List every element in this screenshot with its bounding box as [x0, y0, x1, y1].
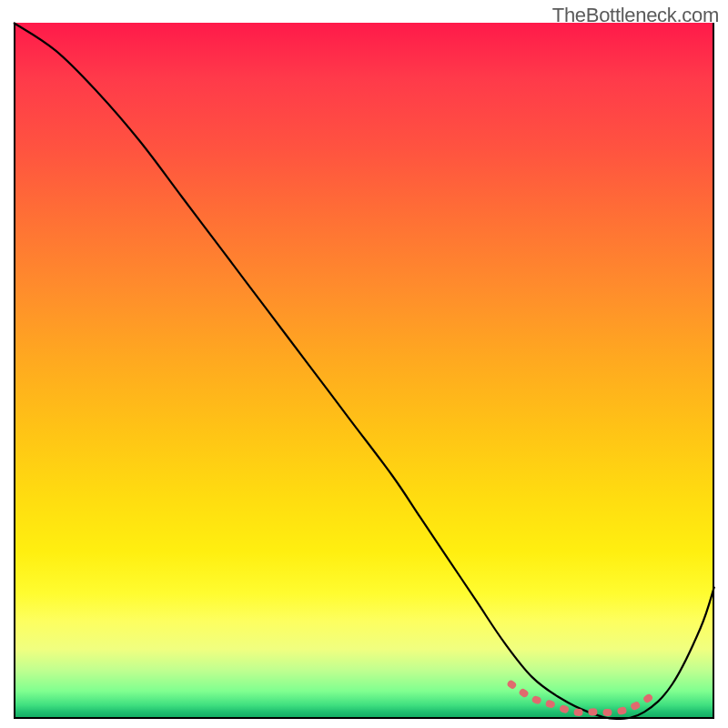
bottleneck-curve [14, 23, 714, 719]
chart-svg [14, 23, 714, 719]
plot-area [14, 23, 714, 719]
optimal-range-highlight [511, 684, 659, 713]
